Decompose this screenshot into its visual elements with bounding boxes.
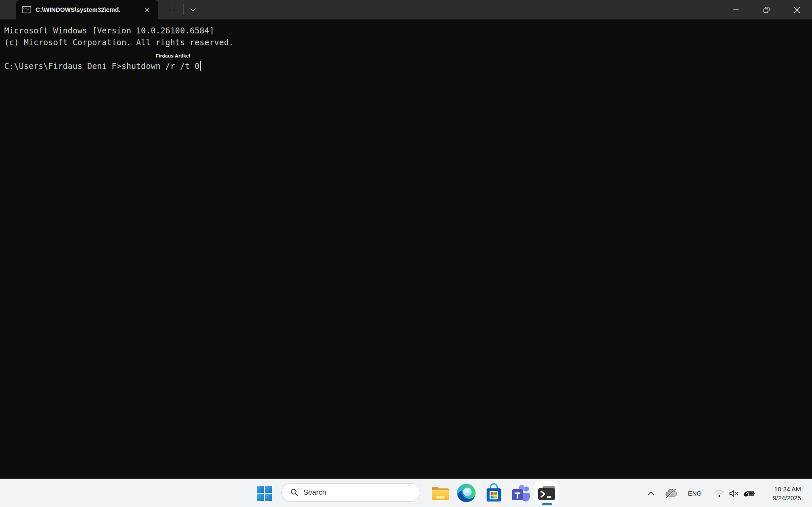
teams-icon <box>511 484 531 502</box>
new-tab-button[interactable] <box>165 3 179 16</box>
taskbar-app-store[interactable] <box>482 481 506 505</box>
language-label: ENG <box>688 490 702 497</box>
terminal-blank-line <box>4 48 808 60</box>
terminal-tab[interactable]: C:\ C:\WINDOWS\system32\cmd. <box>16 0 158 19</box>
battery-saver-icon <box>743 489 755 498</box>
cloud-offline-icon <box>665 489 677 498</box>
tab-close-icon[interactable] <box>140 3 153 16</box>
tray-language[interactable]: ENG <box>686 479 703 507</box>
window-controls <box>721 0 812 19</box>
tab-dropdown-button[interactable] <box>186 3 200 16</box>
chevron-up-icon <box>648 491 654 495</box>
prompt-path: C:\Users\Firdaus Deni F> <box>4 61 121 71</box>
windows-logo-icon <box>256 485 273 502</box>
desktop: C:\ C:\WINDOWS\system32\cmd. <box>0 0 812 507</box>
start-button[interactable] <box>251 483 278 504</box>
terminal-line: Microsoft Windows [Version 10.0.26100.65… <box>4 25 808 36</box>
overlay-watermark-label: Firdaus Artikel <box>156 53 190 58</box>
taskbar: ENG 10:24 AM <box>0 479 812 507</box>
windows-terminal-icon <box>537 484 556 502</box>
cmd-icon: C:\ <box>22 6 31 14</box>
taskbar-app-edge[interactable] <box>454 481 478 505</box>
tray-onedrive-offline[interactable] <box>663 479 679 507</box>
active-app-indicator <box>542 503 552 505</box>
terminal-prompt-line: C:\Users\Firdaus Deni F>shutdown /r /t 0 <box>4 60 808 72</box>
file-explorer-icon <box>431 485 450 502</box>
terminal-line: (c) Microsoft Corporation. All rights re… <box>4 36 808 48</box>
text-cursor <box>200 61 201 71</box>
tab-bar-divider <box>183 4 184 15</box>
tray-wifi[interactable] <box>713 479 725 507</box>
taskbar-app-teams[interactable] <box>509 481 533 505</box>
wifi-icon <box>714 490 724 497</box>
clock-date: 9/24/2025 <box>773 493 801 502</box>
minimize-button[interactable] <box>721 0 751 19</box>
speaker-mute-icon <box>729 490 738 497</box>
taskbar-app-terminal[interactable] <box>535 481 559 505</box>
terminal-content[interactable]: Microsoft Windows [Version 10.0.26100.65… <box>0 19 812 479</box>
clock-time: 10:24 AM <box>774 485 801 493</box>
svg-text:C:\: C:\ <box>23 7 28 10</box>
terminal-titlebar: C:\ C:\WINDOWS\system32\cmd. <box>0 0 812 19</box>
search-input[interactable] <box>303 488 405 497</box>
tray-clock[interactable]: 10:24 AM 9/24/2025 <box>773 479 801 507</box>
tab-title: C:\WINDOWS\system32\cmd. <box>36 6 137 13</box>
typed-command: shutdown /r /t 0 <box>121 61 200 71</box>
search-icon <box>290 488 298 496</box>
close-button[interactable] <box>782 0 812 19</box>
restore-button[interactable] <box>751 0 782 19</box>
tray-chevron-up[interactable] <box>645 479 657 507</box>
taskbar-app-file-explorer[interactable] <box>429 481 452 505</box>
taskbar-search[interactable] <box>281 483 420 502</box>
tray-volume-muted[interactable] <box>728 479 740 507</box>
edge-icon <box>457 483 476 503</box>
tray-battery-saver[interactable] <box>742 479 756 507</box>
microsoft-store-icon <box>484 483 503 503</box>
